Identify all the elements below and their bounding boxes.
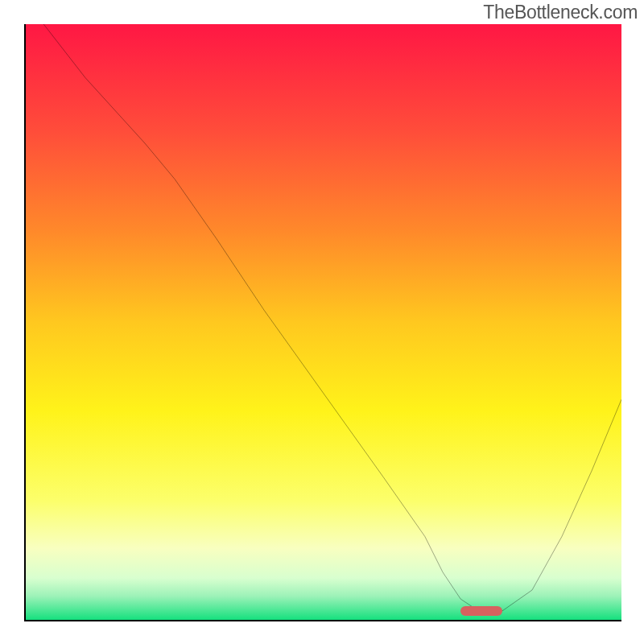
- bottleneck-curve: [43, 24, 621, 611]
- curve-layer: [26, 24, 621, 620]
- plot-area: [24, 24, 621, 621]
- minimum-marker: [460, 606, 502, 616]
- chart-container: TheBottleneck.com: [0, 0, 644, 644]
- watermark-text: TheBottleneck.com: [483, 2, 638, 23]
